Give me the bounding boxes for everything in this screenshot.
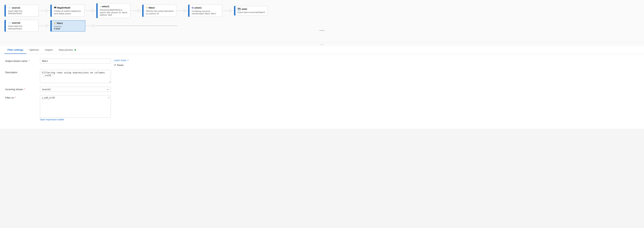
source1-icon: 📄 (8, 6, 11, 9)
incoming-stream-required: * (24, 88, 25, 91)
filter-on-expression-box[interactable]: ⤢ {_col0_}!='ID' (40, 95, 111, 117)
reset-label: Reset (117, 64, 124, 67)
source2-icon: 📄 (8, 22, 11, 24)
incoming-stream-select[interactable]: source2 source1 (40, 87, 111, 92)
connector-3: + (131, 9, 142, 12)
filter-on-row: Filter on * ⤢ {_col0_}!='ID' Open expres… (5, 95, 639, 121)
learn-more-reset-col: Learn more ↗ ↺ Reset (114, 58, 128, 67)
select1-desc: Renaming MapDrifted4 to select1 with col… (100, 9, 128, 16)
external-link-icon: ↗ (127, 59, 128, 61)
node-filter1[interactable]: ▽ filter1 Columns: 4 total (50, 20, 85, 31)
source2-title: source2 (12, 22, 20, 24)
pipeline-canvas: 📄 source1 Import data from DelimitedText… (0, 0, 644, 43)
incoming-stream-label: Incoming stream * (5, 87, 37, 91)
incoming-stream-control: source2 source1 (40, 87, 111, 92)
union1-title: union1 (194, 6, 202, 9)
sink1-desc: Export data to AzureSqlTable13 (238, 11, 265, 14)
learn-more-link[interactable]: Learn more ↗ (114, 59, 128, 62)
add-after-source1[interactable]: + (45, 9, 48, 12)
pipeline-row-2: 📄 source2 Import data from DelimitedText… (4, 20, 640, 32)
node-mapdrifted4[interactable]: 🗺 MapDrifted4 Creates an explicit mappin… (50, 5, 84, 16)
description-label: Description (5, 70, 37, 74)
settings-panel: Output stream name * Learn more ↗ ↺ Rese… (0, 54, 644, 129)
connector-5: + (222, 9, 234, 12)
output-stream-input[interactable] (40, 58, 111, 64)
data-preview-dot (74, 49, 76, 51)
open-expression-builder-link[interactable]: Open expression builder (40, 118, 64, 121)
source1-title: source1 (12, 6, 20, 9)
node-select1[interactable]: ▪ select1 Renaming MapDrifted4 to select… (96, 3, 130, 18)
output-stream-control (40, 58, 111, 64)
tab-data-preview[interactable]: Data preview (56, 46, 79, 54)
add-after-filter1[interactable]: + (92, 24, 95, 27)
sink1-icon: 💾 (238, 8, 240, 10)
add-after-union1[interactable]: + (229, 9, 232, 12)
connector-row2-1: + (39, 24, 50, 27)
tab-optimize[interactable]: Optimize (26, 46, 42, 54)
add-after-mapdrifted4[interactable]: + (91, 9, 94, 12)
filter-on-required: * (15, 96, 16, 99)
add-after-filter2[interactable]: + (183, 9, 186, 12)
tab-data-preview-label: Data preview (58, 48, 73, 51)
mapdrifted4-desc: Creates an explicit mapping for each dri… (54, 10, 82, 15)
connector-4: + (176, 9, 188, 12)
select1-title: select1 (102, 5, 110, 8)
filter-on-control: ⤢ {_col0_}!='ID' Open expression builder (40, 95, 111, 121)
filter2-icon: ▽ (146, 6, 148, 9)
union1-icon: ⧉ (192, 6, 194, 9)
source2-desc: Import data from DelimitedText24 (8, 25, 36, 30)
description-control: Filtering rows using expressions on colu… (40, 70, 111, 84)
tabs-bar: Filter settings Optimize Inspect Data pr… (0, 46, 644, 54)
mapdrifted4-title: MapDrifted4 (57, 6, 70, 9)
filter1-title: filter1 (57, 22, 63, 25)
output-stream-label: Output stream name * (5, 58, 37, 62)
collapse-bar[interactable] (319, 30, 325, 31)
node-sink1[interactable]: 💾 sink1 Export data to AzureSqlTable13 (234, 6, 268, 15)
tab-inspect[interactable]: Inspect (42, 46, 56, 54)
add-after-select1[interactable]: + (137, 9, 140, 12)
description-row: Description Filtering rows using express… (5, 70, 639, 84)
connector-2: + (85, 9, 96, 12)
reset-icon: ↺ (114, 64, 116, 67)
output-stream-row: Output stream name * Learn more ↗ ↺ Rese… (5, 58, 639, 67)
output-stream-required: * (28, 60, 29, 62)
tab-filter-settings[interactable]: Filter settings (4, 46, 26, 54)
connector-1: + (39, 9, 50, 12)
select1-icon: ▪ (100, 5, 101, 8)
mapdrifted4-icon: 🗺 (54, 6, 56, 9)
filter1-columns-label: Columns: (54, 25, 62, 28)
filter1-columns-count: 4 total (54, 28, 83, 30)
pipeline-row-1: 📄 source1 Import data from DelimitedText… (4, 3, 640, 18)
sink1-title: sink1 (242, 8, 247, 10)
node-union1[interactable]: ⧉ union1 Combining rows from transformat… (188, 5, 222, 17)
reset-button[interactable]: ↺ Reset (114, 64, 128, 67)
node-source2[interactable]: 📄 source2 Import data from DelimitedText… (4, 20, 38, 32)
connector-row2-2: + (86, 24, 178, 27)
add-after-source2[interactable]: + (45, 24, 48, 27)
filter2-title: filter2 (148, 6, 155, 9)
filter2-desc: Filtering rows using expressions on colu… (146, 10, 174, 15)
learn-more-label: Learn more (114, 59, 126, 62)
node-filter2[interactable]: ▽ filter2 Filtering rows using expressio… (142, 5, 176, 16)
filter1-icon: ▽ (54, 22, 56, 25)
node-source1[interactable]: 📄 source1 Import data from DelimitedText… (4, 5, 38, 16)
description-textarea[interactable]: Filtering rows using expressions on colu… (40, 70, 111, 83)
filter-on-value: {_col0_}!='ID' (42, 97, 109, 99)
filter-on-label: Filter on * (5, 95, 37, 99)
incoming-stream-row: Incoming stream * source2 source1 (5, 87, 639, 92)
expand-icon[interactable]: ⤢ (108, 96, 110, 99)
source1-desc: Import data from DelimitedText23 (8, 10, 36, 15)
union1-desc: Combining rows from transformation 'filt… (192, 10, 220, 15)
